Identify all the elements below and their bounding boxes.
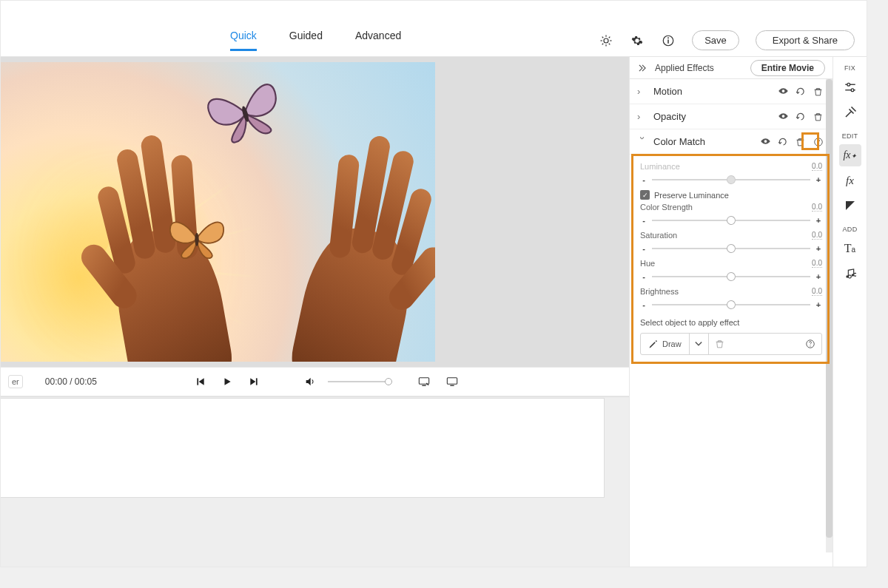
contrast-icon[interactable] bbox=[839, 195, 861, 217]
effects-panel: Applied Effects Entire Movie › Motion › … bbox=[629, 57, 832, 567]
effect-scope-button[interactable]: Entire Movie bbox=[750, 60, 825, 76]
svg-point-13 bbox=[195, 233, 198, 246]
sidebar-label-edit: EDIT bbox=[842, 132, 858, 140]
param-label-brightness: Brightness bbox=[640, 287, 679, 296]
param-label-luminance: Luminance bbox=[640, 162, 680, 171]
chevron-right-icon: › bbox=[637, 86, 648, 97]
param-label-hue: Hue bbox=[640, 259, 655, 268]
param-label-saturation: Saturation bbox=[640, 231, 677, 240]
param-value-luminance[interactable]: 0.0 bbox=[812, 162, 822, 171]
playback-bar: er 00:00 / 00:05 bbox=[1, 367, 629, 396]
color-strength-slider[interactable]: -+ bbox=[640, 216, 822, 225]
svg-rect-18 bbox=[447, 378, 457, 385]
butterfly-image bbox=[196, 69, 293, 157]
svg-point-21 bbox=[818, 143, 818, 144]
prev-frame-icon[interactable] bbox=[193, 374, 208, 389]
svg-rect-17 bbox=[422, 385, 426, 386]
timeline-area[interactable] bbox=[1, 396, 629, 567]
sidebar-label-add: ADD bbox=[843, 226, 858, 233]
svg-point-30 bbox=[851, 274, 853, 276]
export-share-button[interactable]: Export & Share bbox=[756, 30, 855, 50]
volume-icon[interactable] bbox=[303, 374, 317, 389]
svg-point-27 bbox=[851, 89, 854, 92]
info-icon[interactable] bbox=[661, 33, 676, 48]
tab-quick[interactable]: Quick bbox=[230, 30, 257, 51]
select-object-hint: Select object to apply effect bbox=[640, 318, 822, 327]
save-button[interactable]: Save bbox=[692, 30, 739, 50]
svg-point-29 bbox=[846, 275, 848, 277]
fx-applied-icon[interactable]: fx✦ bbox=[839, 144, 861, 166]
svg-rect-15 bbox=[256, 378, 258, 385]
svg-rect-10 bbox=[667, 39, 669, 43]
svg-line-5 bbox=[602, 36, 604, 38]
tab-advanced[interactable]: Advanced bbox=[355, 30, 401, 51]
param-value-color-strength[interactable]: 0.0 bbox=[812, 203, 822, 212]
marker-chip[interactable]: er bbox=[8, 375, 23, 388]
param-value-saturation[interactable]: 0.0 bbox=[812, 231, 822, 240]
play-icon[interactable] bbox=[220, 374, 235, 389]
tools-icon[interactable] bbox=[839, 101, 861, 124]
eye-icon[interactable] bbox=[778, 112, 790, 122]
param-value-brightness[interactable]: 0.0 bbox=[812, 287, 822, 296]
brightness-slider[interactable]: -+ bbox=[640, 300, 822, 309]
fx-icon[interactable]: fx bbox=[839, 169, 861, 192]
preserve-luminance-label: Preserve Luminance bbox=[654, 191, 729, 200]
trash-icon[interactable] bbox=[813, 87, 825, 97]
svg-rect-19 bbox=[450, 385, 454, 386]
reset-icon[interactable] bbox=[796, 112, 807, 122]
svg-point-0 bbox=[604, 38, 608, 43]
svg-line-8 bbox=[609, 36, 610, 38]
eye-icon[interactable] bbox=[778, 87, 790, 97]
svg-line-7 bbox=[602, 43, 604, 44]
svg-line-6 bbox=[609, 43, 610, 44]
preview-canvas[interactable] bbox=[1, 62, 435, 362]
chevron-down-icon: › bbox=[637, 137, 648, 147]
trash-icon[interactable] bbox=[813, 112, 825, 122]
reset-icon[interactable] bbox=[796, 87, 807, 97]
help-icon[interactable] bbox=[813, 137, 825, 147]
music-icon[interactable] bbox=[839, 263, 861, 285]
draw-row: Draw bbox=[640, 333, 822, 355]
draw-button[interactable]: Draw bbox=[641, 334, 690, 354]
svg-point-26 bbox=[847, 83, 850, 86]
svg-point-11 bbox=[667, 37, 669, 38]
tab-guided[interactable]: Guided bbox=[289, 30, 323, 51]
svg-point-23 bbox=[810, 345, 810, 346]
sidebar-label-fix: FIX bbox=[844, 64, 855, 72]
pencil-icon bbox=[648, 339, 658, 349]
color-match-body: Luminance 0.0 -+ ✓ Preserve Luminance Co… bbox=[630, 155, 832, 365]
render-quality-icon[interactable] bbox=[417, 374, 431, 389]
effect-row-motion[interactable]: › Motion bbox=[630, 79, 832, 104]
text-tool-icon[interactable]: Ta bbox=[839, 237, 861, 260]
brightness-icon[interactable] bbox=[599, 33, 613, 48]
svg-rect-14 bbox=[197, 378, 198, 385]
preserve-luminance-checkbox[interactable]: ✓ bbox=[640, 190, 650, 200]
preview-canvas-area bbox=[1, 57, 629, 367]
effect-row-opacity[interactable]: › Opacity bbox=[630, 104, 832, 129]
hue-slider[interactable]: -+ bbox=[640, 272, 822, 281]
param-value-hue[interactable]: 0.0 bbox=[812, 259, 822, 268]
reset-icon[interactable] bbox=[778, 137, 790, 147]
param-label-color-strength: Color Strength bbox=[640, 203, 693, 212]
right-sidebar: FIX EDIT fx✦ fx ADD Ta bbox=[832, 57, 867, 567]
volume-slider[interactable] bbox=[328, 381, 388, 382]
saturation-slider[interactable]: -+ bbox=[640, 244, 822, 253]
chevron-right-icon: › bbox=[637, 111, 648, 122]
timecode: 00:00 / 00:05 bbox=[45, 376, 97, 387]
trash-icon[interactable] bbox=[796, 137, 807, 147]
delete-mask-icon[interactable] bbox=[709, 339, 731, 349]
butterfly-image bbox=[164, 210, 230, 266]
luminance-slider[interactable]: -+ bbox=[640, 175, 822, 184]
draw-dropdown[interactable] bbox=[690, 334, 709, 354]
draw-help-icon[interactable] bbox=[799, 339, 821, 349]
settings-icon[interactable] bbox=[630, 33, 645, 48]
panel-scrollbar[interactable] bbox=[826, 79, 832, 552]
next-frame-icon[interactable] bbox=[246, 374, 261, 389]
adjust-icon[interactable] bbox=[839, 76, 861, 98]
collapse-panel-icon[interactable] bbox=[637, 64, 648, 72]
top-toolbar: Quick Guided Advanced Save Export & Shar… bbox=[1, 24, 867, 57]
effect-row-color-match[interactable]: › Color Match bbox=[630, 129, 832, 155]
fullscreen-icon[interactable] bbox=[445, 374, 460, 389]
clip-strip[interactable] bbox=[0, 398, 605, 498]
eye-icon[interactable] bbox=[760, 137, 772, 147]
